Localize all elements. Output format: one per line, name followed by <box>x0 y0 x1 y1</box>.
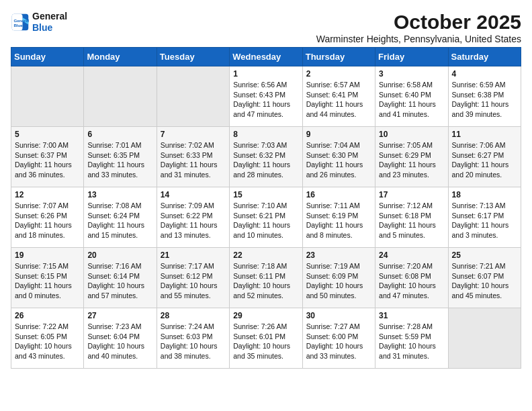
logo-icon: General Blue <box>11 13 30 32</box>
calendar-cell: 17Sunrise: 7:12 AMSunset: 6:18 PMDayligh… <box>375 187 448 248</box>
week-row-5: 26Sunrise: 7:22 AMSunset: 6:05 PMDayligh… <box>11 308 521 369</box>
week-row-2: 5Sunrise: 7:00 AMSunset: 6:37 PMDaylight… <box>11 127 521 187</box>
calendar-cell: 16Sunrise: 7:11 AMSunset: 6:19 PMDayligh… <box>302 187 375 248</box>
weekday-header-sunday: Sunday <box>11 48 84 66</box>
day-info: Sunrise: 7:11 AMSunset: 6:19 PMDaylight:… <box>306 201 371 240</box>
day-number: 30 <box>306 311 371 320</box>
calendar-cell: 11Sunrise: 7:06 AMSunset: 6:27 PMDayligh… <box>448 127 521 187</box>
weekday-header-row: SundayMondayTuesdayWednesdayThursdayFrid… <box>11 48 521 66</box>
day-info: Sunrise: 7:28 AMSunset: 5:59 PMDaylight:… <box>379 322 444 361</box>
day-info: Sunrise: 7:27 AMSunset: 6:00 PMDaylight:… <box>306 322 371 361</box>
day-info: Sunrise: 7:08 AMSunset: 6:24 PMDaylight:… <box>87 201 152 240</box>
calendar-cell: 8Sunrise: 7:03 AMSunset: 6:32 PMDaylight… <box>230 127 302 187</box>
day-number: 6 <box>87 130 152 139</box>
day-info: Sunrise: 7:20 AMSunset: 6:08 PMDaylight:… <box>379 261 444 301</box>
day-info: Sunrise: 7:22 AMSunset: 6:05 PMDaylight:… <box>15 322 80 361</box>
calendar-cell: 30Sunrise: 7:27 AMSunset: 6:00 PMDayligh… <box>302 308 375 369</box>
page-header: General Blue General Blue October 2025 W… <box>11 11 521 44</box>
weekday-header-friday: Friday <box>375 48 448 66</box>
calendar-cell: 25Sunrise: 7:21 AMSunset: 6:07 PMDayligh… <box>448 248 521 308</box>
calendar-cell <box>11 66 84 127</box>
day-number: 31 <box>379 311 444 320</box>
day-info: Sunrise: 7:01 AMSunset: 6:35 PMDaylight:… <box>87 140 152 180</box>
day-number: 24 <box>379 250 444 260</box>
day-info: Sunrise: 7:02 AMSunset: 6:33 PMDaylight:… <box>161 140 226 180</box>
calendar-cell: 15Sunrise: 7:10 AMSunset: 6:21 PMDayligh… <box>230 187 302 248</box>
calendar-cell <box>84 66 157 127</box>
calendar-cell: 3Sunrise: 6:58 AMSunset: 6:40 PMDaylight… <box>375 66 448 127</box>
calendar-cell: 1Sunrise: 6:56 AMSunset: 6:43 PMDaylight… <box>230 66 302 127</box>
day-number: 5 <box>15 130 80 139</box>
day-info: Sunrise: 7:06 AMSunset: 6:27 PMDaylight:… <box>452 140 517 180</box>
calendar-cell: 5Sunrise: 7:00 AMSunset: 6:37 PMDaylight… <box>11 127 84 187</box>
calendar-table: SundayMondayTuesdayWednesdayThursdayFrid… <box>11 47 521 369</box>
day-info: Sunrise: 6:56 AMSunset: 6:43 PMDaylight:… <box>233 80 298 120</box>
calendar-cell: 20Sunrise: 7:16 AMSunset: 6:14 PMDayligh… <box>84 248 157 308</box>
calendar-cell: 22Sunrise: 7:18 AMSunset: 6:11 PMDayligh… <box>230 248 302 308</box>
day-info: Sunrise: 7:03 AMSunset: 6:32 PMDaylight:… <box>233 140 298 180</box>
calendar-cell: 29Sunrise: 7:26 AMSunset: 6:01 PMDayligh… <box>230 308 302 369</box>
day-number: 18 <box>452 190 517 199</box>
day-number: 14 <box>161 190 226 199</box>
weekday-header-wednesday: Wednesday <box>230 48 302 66</box>
day-number: 3 <box>379 69 444 79</box>
day-info: Sunrise: 6:57 AMSunset: 6:41 PMDaylight:… <box>306 80 371 120</box>
day-number: 12 <box>15 190 80 199</box>
calendar-cell: 21Sunrise: 7:17 AMSunset: 6:12 PMDayligh… <box>157 248 229 308</box>
day-info: Sunrise: 7:00 AMSunset: 6:37 PMDaylight:… <box>15 140 80 180</box>
day-number: 13 <box>87 190 152 199</box>
day-number: 27 <box>87 311 152 320</box>
svg-text:Blue: Blue <box>13 23 23 28</box>
day-info: Sunrise: 7:12 AMSunset: 6:18 PMDaylight:… <box>379 201 444 240</box>
day-number: 26 <box>15 311 80 320</box>
day-info: Sunrise: 7:10 AMSunset: 6:21 PMDaylight:… <box>233 201 298 240</box>
calendar-cell: 19Sunrise: 7:15 AMSunset: 6:15 PMDayligh… <box>11 248 84 308</box>
svg-text:General: General <box>13 18 29 23</box>
calendar-cell <box>157 66 229 127</box>
day-info: Sunrise: 7:21 AMSunset: 6:07 PMDaylight:… <box>452 261 517 301</box>
day-number: 29 <box>233 311 298 320</box>
day-number: 1 <box>233 69 298 79</box>
calendar-cell: 26Sunrise: 7:22 AMSunset: 6:05 PMDayligh… <box>11 308 84 369</box>
day-info: Sunrise: 7:13 AMSunset: 6:17 PMDaylight:… <box>452 201 517 240</box>
title-block: October 2025 Warminster Heights, Pennsyl… <box>316 11 521 44</box>
calendar-title: October 2025 <box>316 11 521 34</box>
day-info: Sunrise: 7:18 AMSunset: 6:11 PMDaylight:… <box>233 261 298 301</box>
weekday-header-tuesday: Tuesday <box>157 48 229 66</box>
day-number: 7 <box>161 130 226 139</box>
day-info: Sunrise: 7:24 AMSunset: 6:03 PMDaylight:… <box>161 322 226 361</box>
day-info: Sunrise: 7:19 AMSunset: 6:09 PMDaylight:… <box>306 261 371 301</box>
weekday-header-thursday: Thursday <box>302 48 375 66</box>
logo-text: General Blue <box>32 11 67 34</box>
weekday-header-saturday: Saturday <box>448 48 521 66</box>
calendar-cell: 9Sunrise: 7:04 AMSunset: 6:30 PMDaylight… <box>302 127 375 187</box>
day-number: 16 <box>306 190 371 199</box>
calendar-cell: 18Sunrise: 7:13 AMSunset: 6:17 PMDayligh… <box>448 187 521 248</box>
day-number: 4 <box>452 69 517 79</box>
calendar-subtitle: Warminster Heights, Pennsylvania, United… <box>316 34 521 44</box>
calendar-cell <box>448 308 521 369</box>
day-number: 28 <box>161 311 226 320</box>
day-info: Sunrise: 7:26 AMSunset: 6:01 PMDaylight:… <box>233 322 298 361</box>
day-info: Sunrise: 7:23 AMSunset: 6:04 PMDaylight:… <box>87 322 152 361</box>
day-number: 15 <box>233 190 298 199</box>
calendar-cell: 27Sunrise: 7:23 AMSunset: 6:04 PMDayligh… <box>84 308 157 369</box>
calendar-cell: 28Sunrise: 7:24 AMSunset: 6:03 PMDayligh… <box>157 308 229 369</box>
day-number: 25 <box>452 250 517 260</box>
day-info: Sunrise: 7:16 AMSunset: 6:14 PMDaylight:… <box>87 261 152 301</box>
day-number: 11 <box>452 130 517 139</box>
calendar-cell: 14Sunrise: 7:09 AMSunset: 6:22 PMDayligh… <box>157 187 229 248</box>
day-info: Sunrise: 6:58 AMSunset: 6:40 PMDaylight:… <box>379 80 444 120</box>
day-number: 9 <box>306 130 371 139</box>
day-info: Sunrise: 7:05 AMSunset: 6:29 PMDaylight:… <box>379 140 444 180</box>
day-number: 17 <box>379 190 444 199</box>
calendar-cell: 12Sunrise: 7:07 AMSunset: 6:26 PMDayligh… <box>11 187 84 248</box>
day-number: 23 <box>306 250 371 260</box>
calendar-cell: 6Sunrise: 7:01 AMSunset: 6:35 PMDaylight… <box>84 127 157 187</box>
day-number: 19 <box>15 250 80 260</box>
calendar-cell: 23Sunrise: 7:19 AMSunset: 6:09 PMDayligh… <box>302 248 375 308</box>
calendar-cell: 7Sunrise: 7:02 AMSunset: 6:33 PMDaylight… <box>157 127 229 187</box>
calendar-cell: 13Sunrise: 7:08 AMSunset: 6:24 PMDayligh… <box>84 187 157 248</box>
day-info: Sunrise: 7:04 AMSunset: 6:30 PMDaylight:… <box>306 140 371 180</box>
day-number: 21 <box>161 250 226 260</box>
